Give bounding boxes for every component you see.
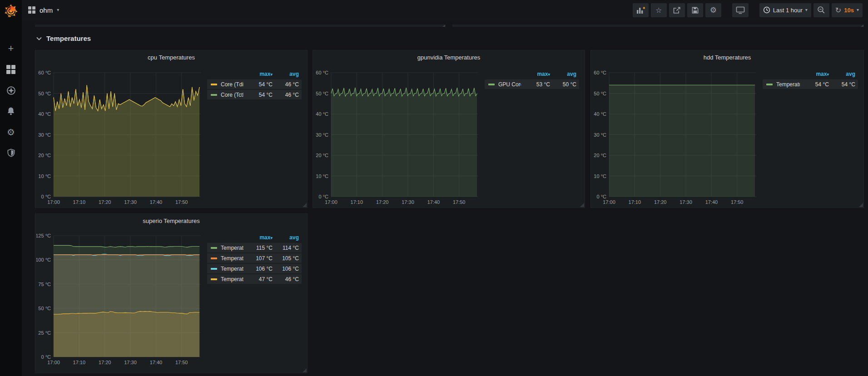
gpunvidia-legend: max▾avgGPU Core53 °C50 °C: [485, 70, 579, 90]
legend-row[interactable]: Temperature54 °C54 °C: [763, 79, 858, 89]
svg-text:17:40: 17:40: [150, 199, 163, 205]
dashboards-icon[interactable]: [6, 64, 16, 74]
svg-text:100 °C: 100 °C: [36, 257, 51, 262]
panel-resize-grip[interactable]: [303, 368, 307, 372]
row-header-temperatures[interactable]: Temperatures: [36, 35, 91, 42]
svg-text:75 °C: 75 °C: [38, 282, 51, 287]
svg-text:17:20: 17:20: [654, 199, 667, 205]
svg-text:0 °C: 0 °C: [318, 194, 328, 199]
legend-row[interactable]: Temperature #5107 °C105 °C: [207, 253, 302, 263]
dashboard-picker[interactable]: ohm ▾: [28, 6, 59, 14]
series-color-dash: [211, 278, 217, 280]
server-admin-shield-icon[interactable]: [6, 148, 16, 158]
svg-text:20 °C: 20 °C: [38, 153, 51, 158]
partial-panel-above[interactable]: [452, 25, 864, 27]
svg-text:0 °C: 0 °C: [41, 354, 51, 360]
svg-text:125 °C: 125 °C: [36, 233, 51, 238]
legend-row[interactable]: Core (Tdie)54 °C46 °C: [207, 79, 302, 89]
chart-svg: 0 °C25 °C50 °C75 °C100 °C125 °C17:0017:1…: [36, 232, 203, 367]
legend-sort-max[interactable]: max▾: [243, 71, 273, 77]
series-color-dash: [211, 268, 217, 270]
svg-text:0 °C: 0 °C: [596, 194, 606, 199]
svg-text:17:10: 17:10: [73, 199, 86, 205]
legend-sort-max[interactable]: max▾: [521, 71, 550, 77]
legend-sort-avg[interactable]: avg: [273, 71, 299, 77]
time-range-picker[interactable]: Last 1 hour ▾: [759, 3, 811, 17]
alerting-bell-icon[interactable]: [6, 106, 16, 116]
panel-title[interactable]: cpu Temperatures: [35, 50, 307, 62]
legend-row[interactable]: Temperature #347 °C46 °C: [207, 274, 302, 284]
cycle-view-mode-button[interactable]: [732, 3, 749, 17]
chevron-down-icon: ▾: [805, 8, 808, 12]
star-icon: ☆: [655, 6, 662, 15]
svg-text:10 °C: 10 °C: [316, 173, 328, 179]
panel-resize-grip[interactable]: [303, 203, 307, 207]
svg-text:10 °C: 10 °C: [38, 173, 51, 179]
share-icon: [673, 6, 681, 14]
legend-sort-avg[interactable]: avg: [829, 71, 855, 77]
svg-text:60 °C: 60 °C: [316, 70, 328, 75]
svg-text:50 °C: 50 °C: [38, 91, 51, 96]
superio-temperatures-chart[interactable]: 0 °C25 °C50 °C75 °C100 °C125 °C17:0017:1…: [36, 232, 203, 367]
svg-text:40 °C: 40 °C: [316, 111, 328, 117]
legend-row[interactable]: Temperature #2115 °C114 °C: [207, 243, 302, 252]
svg-text:17:50: 17:50: [731, 199, 744, 205]
legend-row[interactable]: Core (Tctl)54 °C46 °C: [207, 90, 302, 99]
svg-text:17:50: 17:50: [453, 199, 466, 205]
legend-row[interactable]: GPU Core53 °C50 °C: [485, 79, 579, 89]
refresh-picker[interactable]: ↻ 10s ▾: [832, 3, 863, 17]
panel-title[interactable]: hdd Temperatures: [591, 50, 863, 62]
refresh-icon: ↻: [835, 6, 841, 15]
dashboard-settings-button[interactable]: ⚙: [705, 3, 721, 17]
save-dashboard-button[interactable]: [687, 3, 703, 17]
svg-text:17:30: 17:30: [680, 199, 692, 205]
series-color-dash: [488, 84, 495, 85]
svg-text:30 °C: 30 °C: [594, 132, 606, 138]
configuration-gear-icon[interactable]: ⚙: [6, 127, 16, 137]
chevron-down-icon: ▾: [857, 8, 859, 12]
svg-text:17:40: 17:40: [150, 360, 163, 365]
svg-text:17:00: 17:00: [325, 199, 337, 205]
partial-panel-above[interactable]: [35, 25, 446, 27]
hdd-temperatures-chart[interactable]: 0 °C10 °C20 °C30 °C40 °C50 °C60 °C17:001…: [592, 69, 759, 207]
svg-text:40 °C: 40 °C: [38, 111, 51, 117]
explore-compass-icon[interactable]: [6, 85, 16, 95]
zoom-out-time-button[interactable]: [813, 3, 829, 17]
svg-text:17:20: 17:20: [376, 199, 389, 205]
svg-text:17:40: 17:40: [705, 199, 718, 205]
star-dashboard-button[interactable]: ☆: [651, 3, 667, 17]
panel-resize-grip[interactable]: [859, 203, 863, 207]
legend-sort-avg[interactable]: avg: [273, 234, 299, 241]
svg-text:25 °C: 25 °C: [38, 330, 51, 336]
panel-title[interactable]: superio Temperatures: [35, 214, 307, 226]
legend-sort-max[interactable]: max▾: [243, 234, 273, 241]
dashboard-grid-icon: [28, 6, 35, 14]
share-dashboard-button[interactable]: [669, 3, 685, 17]
svg-text:17:20: 17:20: [99, 199, 111, 205]
legend-sort-max[interactable]: max▾: [800, 71, 829, 77]
svg-text:17:30: 17:30: [124, 199, 137, 205]
row-title: Temperatures: [46, 35, 91, 42]
svg-text:17:40: 17:40: [427, 199, 440, 205]
legend-sort-avg[interactable]: avg: [550, 71, 576, 77]
svg-text:17:00: 17:00: [47, 199, 60, 205]
svg-text:17:10: 17:10: [351, 199, 363, 205]
superio-legend: max▾avgTemperature #2115 °C114 °CTempera…: [207, 234, 302, 285]
add-panel-button[interactable]: [633, 3, 649, 17]
refresh-interval-label: 10s: [844, 7, 854, 14]
panel-gpunvidia-temperatures: gpunvidia Temperatures 0 °C10 °C20 °C30 …: [312, 50, 585, 208]
legend-row[interactable]: Temperature #4106 °C106 °C: [207, 264, 302, 273]
series-color-dash: [211, 257, 217, 259]
svg-text:50 °C: 50 °C: [316, 91, 328, 96]
grafana-dashboard: + ⚙ ohm ▾: [0, 0, 868, 376]
clock-icon: [763, 6, 770, 14]
grafana-logo-icon[interactable]: [2, 2, 20, 20]
gear-icon: ⚙: [710, 5, 717, 15]
cpu-temperatures-chart[interactable]: 0 °C10 °C20 °C30 °C40 °C50 °C60 °C17:001…: [36, 69, 203, 207]
svg-text:17:50: 17:50: [175, 360, 188, 365]
svg-text:20 °C: 20 °C: [316, 153, 328, 158]
add-icon[interactable]: +: [6, 44, 16, 54]
panel-resize-grip[interactable]: [580, 203, 584, 207]
panel-title[interactable]: gpunvidia Temperatures: [313, 50, 585, 62]
gpunvidia-temperatures-chart[interactable]: 0 °C10 °C20 °C30 °C40 °C50 °C60 °C17:001…: [314, 69, 481, 207]
